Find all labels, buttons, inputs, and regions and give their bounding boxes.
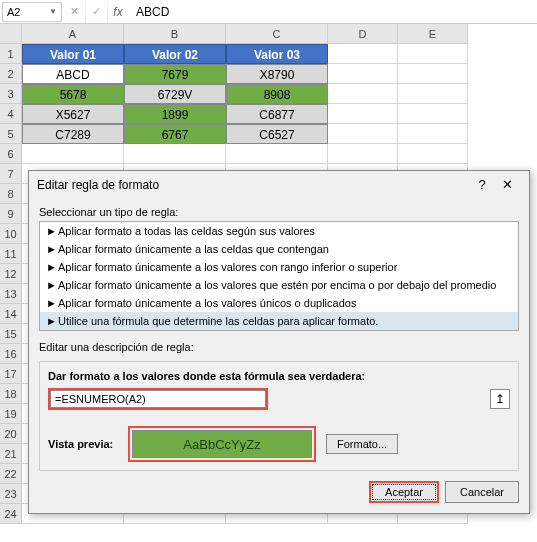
cell[interactable]: X8790 xyxy=(226,64,328,84)
cell[interactable] xyxy=(226,144,328,164)
row-header[interactable]: 9 xyxy=(0,204,22,224)
cancel-formula-icon[interactable]: ✕ xyxy=(64,2,86,22)
row-header[interactable]: 16 xyxy=(0,344,22,364)
cell[interactable]: Valor 02 xyxy=(124,44,226,64)
row-header[interactable]: 13 xyxy=(0,284,22,304)
cell[interactable] xyxy=(398,64,468,84)
row-header[interactable]: 15 xyxy=(0,324,22,344)
row-header[interactable]: 23 xyxy=(0,484,22,504)
preview-sample: AaBbCcYyZz xyxy=(132,430,312,458)
rule-type-list: ►Aplicar formato a todas las celdas segú… xyxy=(39,221,519,331)
cell[interactable]: 8908 xyxy=(226,84,328,104)
format-button[interactable]: Formato... xyxy=(326,434,398,454)
fx-icon[interactable]: fx xyxy=(108,5,128,19)
cell[interactable]: 6729V xyxy=(124,84,226,104)
cell[interactable] xyxy=(398,84,468,104)
cell[interactable]: ABCD xyxy=(22,64,124,84)
formula-prompt-label: Dar formato a los valores donde esta fór… xyxy=(48,370,510,382)
row-header[interactable]: 14 xyxy=(0,304,22,324)
row-header[interactable]: 21 xyxy=(0,444,22,464)
accept-formula-icon[interactable]: ✓ xyxy=(86,2,108,22)
row-header[interactable]: 12 xyxy=(0,264,22,284)
bullet-icon: ► xyxy=(46,261,58,273)
preview-label: Vista previa: xyxy=(48,438,118,450)
select-rule-type-label: Seleccionar un tipo de regla: xyxy=(39,206,519,218)
row-header[interactable]: 20 xyxy=(0,424,22,444)
rule-type-item[interactable]: ►Aplicar formato únicamente a las celdas… xyxy=(40,240,518,258)
row-header[interactable]: 8 xyxy=(0,184,22,204)
edit-rule-dialog: Editar regla de formato ? ✕ Seleccionar … xyxy=(28,170,530,514)
row-header[interactable]: 5 xyxy=(0,124,22,144)
rule-type-item[interactable]: ►Aplicar formato únicamente a los valore… xyxy=(40,276,518,294)
name-box[interactable]: A2 ▼ xyxy=(2,2,62,22)
preview-highlight: AaBbCcYyZz xyxy=(128,426,316,462)
cell[interactable]: 7679 xyxy=(124,64,226,84)
row-header[interactable]: 10 xyxy=(0,224,22,244)
chevron-down-icon[interactable]: ▼ xyxy=(49,7,57,16)
rule-type-item[interactable]: ►Utilice una fórmula que determine las c… xyxy=(40,312,518,330)
cell[interactable] xyxy=(398,124,468,144)
row-header[interactable]: 22 xyxy=(0,464,22,484)
formula-bar[interactable]: ABCD xyxy=(128,5,169,19)
select-all-corner[interactable] xyxy=(0,24,22,44)
row-header[interactable]: 11 xyxy=(0,244,22,264)
collapse-ref-icon[interactable]: ↥ xyxy=(490,389,510,409)
bullet-icon: ► xyxy=(46,243,58,255)
row-header[interactable]: 24 xyxy=(0,504,22,524)
col-header[interactable]: D xyxy=(328,24,398,44)
cell[interactable] xyxy=(328,124,398,144)
cell[interactable] xyxy=(328,104,398,124)
close-icon[interactable]: ✕ xyxy=(493,177,521,192)
cell[interactable]: 1899 xyxy=(124,104,226,124)
col-header[interactable]: A xyxy=(22,24,124,44)
cell[interactable] xyxy=(398,104,468,124)
row-header[interactable]: 3 xyxy=(0,84,22,104)
cell[interactable]: C7289 xyxy=(22,124,124,144)
cell[interactable]: Valor 03 xyxy=(226,44,328,64)
cell[interactable] xyxy=(22,144,124,164)
cell[interactable]: X5627 xyxy=(22,104,124,124)
dialog-title: Editar regla de formato xyxy=(37,178,471,192)
cell[interactable]: C6877 xyxy=(226,104,328,124)
row-header[interactable]: 4 xyxy=(0,104,22,124)
row-header[interactable]: 18 xyxy=(0,384,22,404)
edit-description-label: Editar una descripción de regla: xyxy=(39,341,519,353)
formula-input-wrap xyxy=(48,388,268,410)
cell[interactable]: 5678 xyxy=(22,84,124,104)
col-header[interactable]: B xyxy=(124,24,226,44)
bullet-icon: ► xyxy=(46,297,58,309)
formula-input[interactable] xyxy=(50,390,266,408)
bullet-icon: ► xyxy=(46,315,58,327)
cell[interactable] xyxy=(398,44,468,64)
bullet-icon: ► xyxy=(46,279,58,291)
row-header[interactable]: 1 xyxy=(0,44,22,64)
row-header[interactable]: 7 xyxy=(0,164,22,184)
row-header[interactable]: 6 xyxy=(0,144,22,164)
cell[interactable] xyxy=(328,64,398,84)
cell[interactable]: 6767 xyxy=(124,124,226,144)
help-icon[interactable]: ? xyxy=(471,177,493,192)
cell[interactable] xyxy=(328,144,398,164)
row-header[interactable]: 19 xyxy=(0,404,22,424)
cell[interactable] xyxy=(124,144,226,164)
cell[interactable] xyxy=(398,144,468,164)
bullet-icon: ► xyxy=(46,225,58,237)
rule-type-item[interactable]: ►Aplicar formato a todas las celdas segú… xyxy=(40,222,518,240)
cell[interactable] xyxy=(328,84,398,104)
row-header[interactable]: 2 xyxy=(0,64,22,84)
cell-reference: A2 xyxy=(7,6,20,18)
col-header[interactable]: E xyxy=(398,24,468,44)
cancel-button[interactable]: Cancelar xyxy=(445,481,519,503)
cell[interactable]: C6527 xyxy=(226,124,328,144)
rule-type-item[interactable]: ►Aplicar formato únicamente a los valore… xyxy=(40,294,518,312)
row-header[interactable]: 17 xyxy=(0,364,22,384)
cell[interactable] xyxy=(328,44,398,64)
cell[interactable]: Valor 01 xyxy=(22,44,124,64)
rule-type-item[interactable]: ►Aplicar formato únicamente a los valore… xyxy=(40,258,518,276)
col-header[interactable]: C xyxy=(226,24,328,44)
ok-button[interactable]: Aceptar xyxy=(369,481,439,503)
